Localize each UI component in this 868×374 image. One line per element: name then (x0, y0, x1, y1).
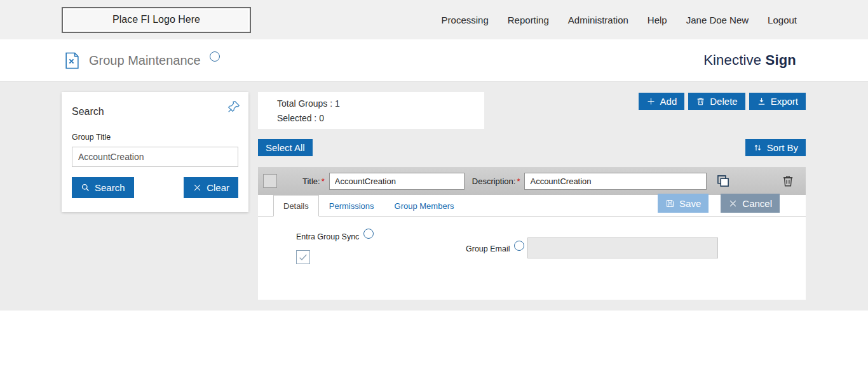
group-email-input (527, 237, 718, 258)
page-header: Group Maintenance Kinective Sign (0, 39, 868, 82)
page-title: Group Maintenance (89, 53, 201, 68)
row-delete-button[interactable] (781, 174, 795, 188)
x-icon (728, 199, 738, 208)
tab-group-members[interactable]: Group Members (384, 195, 465, 216)
required-asterisk: * (517, 177, 520, 186)
nav-help[interactable]: Help (648, 15, 667, 25)
fi-logo-placeholder: Place FI Logo Here (62, 7, 251, 33)
selected-count: Selected : 0 (277, 113, 484, 123)
content-area: Search Group Title Search Clear Total Gr… (0, 82, 868, 374)
nav-user-jane-doe-new[interactable]: Jane Doe New (686, 15, 749, 25)
cancel-button[interactable]: Cancel (721, 194, 780, 213)
delete-button[interactable]: Delete (688, 93, 745, 110)
description-label: Description:* (472, 177, 520, 186)
x-icon (193, 183, 202, 192)
group-email-field: Group Email (466, 230, 718, 258)
entra-group-sync-checkbox[interactable] (296, 250, 310, 264)
title-input[interactable] (329, 173, 465, 190)
group-editor-panel: Details Permissions Group Members Save C… (258, 195, 806, 300)
search-panel-title: Search (72, 106, 238, 117)
add-button[interactable]: Add (639, 93, 685, 110)
required-asterisk: * (322, 177, 325, 186)
nav-reporting[interactable]: Reporting (508, 15, 549, 25)
brand-name: Kinective (703, 52, 761, 68)
title-label: Title:* (302, 177, 325, 186)
bottom-strip (0, 311, 868, 374)
copy-button[interactable] (715, 173, 731, 189)
brand-logo: Kinective Sign (703, 52, 796, 69)
group-row: Title:* Description:* (258, 167, 806, 195)
info-icon[interactable] (363, 229, 374, 239)
clear-button[interactable]: Clear (184, 177, 238, 198)
search-icon (81, 183, 90, 192)
search-button[interactable]: Search (72, 177, 134, 198)
pin-icon[interactable] (227, 100, 241, 114)
tab-details[interactable]: Details (273, 195, 319, 217)
save-button[interactable]: Save (658, 194, 709, 213)
search-buttons-row: Search Clear (72, 177, 238, 198)
group-actions-toolbar: Add Delete Export (639, 93, 806, 110)
select-all-button[interactable]: Select All (258, 139, 313, 156)
export-button[interactable]: Export (749, 93, 806, 110)
check-icon (298, 252, 308, 262)
group-title-label: Group Title (72, 133, 238, 142)
summary-box: Total Groups : 1 Selected : 0 (258, 92, 484, 129)
info-icon[interactable] (514, 241, 524, 251)
sort-arrows-icon (753, 143, 763, 152)
brand-name-bold: Sign (766, 52, 796, 68)
group-email-label: Group Email (466, 244, 524, 254)
save-icon (665, 199, 675, 208)
top-navigation: Processing Reporting Administration Help… (442, 15, 797, 25)
tab-permissions[interactable]: Permissions (319, 195, 384, 216)
nav-logout[interactable]: Logout (768, 15, 797, 25)
copy-icon (715, 173, 731, 189)
nav-administration[interactable]: Administration (568, 15, 628, 25)
row-checkbox[interactable] (263, 174, 277, 188)
fi-logo-label: Place FI Logo Here (112, 14, 200, 25)
group-title-search-input[interactable] (72, 147, 238, 167)
trash-icon (696, 97, 705, 106)
info-icon[interactable] (210, 51, 220, 62)
download-icon (757, 97, 766, 106)
plus-icon (646, 97, 656, 106)
nav-processing[interactable]: Processing (442, 15, 489, 25)
total-groups-count: Total Groups : 1 (277, 98, 484, 109)
group-maintenance-icon (64, 52, 81, 69)
sort-by-button[interactable]: Sort By (745, 139, 806, 156)
search-panel: Search Group Title Search Clear (62, 92, 248, 212)
trash-icon (781, 174, 795, 188)
top-bar: Place FI Logo Here Processing Reporting … (0, 0, 868, 39)
tab-bar: Details Permissions Group Members Save C… (258, 195, 806, 217)
description-input[interactable] (524, 173, 707, 190)
entra-group-sync-field: Entra Group Sync (296, 230, 374, 264)
panel-actions: Save Cancel (658, 194, 780, 213)
entra-group-sync-label: Entra Group Sync (296, 232, 374, 242)
page: Place FI Logo Here Processing Reporting … (0, 0, 868, 374)
